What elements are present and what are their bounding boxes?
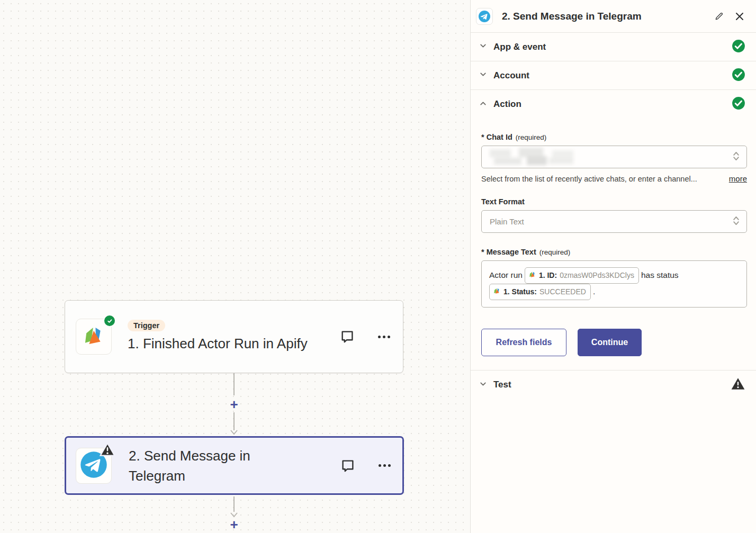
more-link[interactable]: more — [729, 174, 747, 183]
message-text-label: * Message Text(required) — [481, 248, 747, 256]
section-account[interactable]: Account — [471, 61, 756, 90]
chevron-down-icon — [479, 380, 488, 391]
warning-triangle-icon — [100, 442, 115, 457]
edit-pencil-icon[interactable] — [713, 10, 725, 23]
trigger-step-card[interactable]: Trigger 1. Finished Actor Run in Apify — [65, 300, 403, 373]
check-circle-icon — [103, 314, 116, 327]
step-menu-ellipsis[interactable] — [376, 462, 393, 469]
apify-app-icon-box — [76, 319, 112, 355]
chevron-down-icon — [479, 41, 488, 52]
telegram-icon — [476, 8, 493, 25]
message-text-static: Actor run — [489, 270, 523, 279]
add-step-button[interactable]: + — [228, 519, 240, 531]
apify-icon — [528, 268, 536, 283]
section-action[interactable]: Action — [471, 90, 756, 119]
section-test[interactable]: Test — [471, 371, 756, 399]
add-step-button[interactable]: + — [228, 399, 240, 411]
section-label: Account — [493, 70, 529, 81]
redacted-chat-id-value — [490, 148, 580, 167]
panel-header: 2. Send Message in Telegram — [471, 0, 756, 33]
close-icon[interactable] — [734, 11, 745, 22]
note-bubble-icon[interactable] — [338, 327, 357, 346]
panel-title: 2. Send Message in Telegram — [502, 11, 642, 22]
select-stepper-icon — [733, 151, 740, 164]
chevron-down-icon — [479, 70, 488, 81]
check-circle-icon — [732, 39, 745, 55]
trigger-step-title: 1. Finished Actor Run in Apify — [128, 333, 318, 354]
note-bubble-icon[interactable] — [338, 456, 357, 475]
step-menu-ellipsis[interactable] — [376, 333, 392, 340]
connector-line — [233, 373, 235, 395]
select-stepper-icon — [733, 215, 740, 228]
chat-id-help-text: Select from the list of recently active … — [481, 175, 697, 183]
message-text-editor[interactable]: Actor run1. ID:0zmasW0Pds3KDClyshas stat… — [481, 260, 747, 308]
step-config-panel: 2. Send Message in Telegram App & event … — [470, 0, 756, 533]
field-token-status[interactable]: 1. Status:SUCCEEDED — [489, 284, 591, 300]
apify-icon — [493, 285, 501, 299]
chat-id-select[interactable] — [481, 146, 747, 168]
warning-triangle-icon — [731, 377, 745, 393]
text-format-value: Plain Text — [490, 217, 524, 226]
telegram-app-icon-box — [76, 448, 112, 484]
continue-button[interactable]: Continue — [578, 329, 642, 356]
connector-line — [233, 496, 235, 512]
workflow-canvas[interactable]: Trigger 1. Finished Actor Run in Apify + — [0, 0, 470, 533]
section-label: Action — [493, 99, 521, 110]
section-app-and-event[interactable]: App & event — [471, 33, 756, 61]
message-text-static: . — [593, 287, 595, 296]
action-form: * Chat Id(required) Select from the list… — [471, 119, 756, 356]
check-circle-icon — [732, 96, 745, 112]
chevron-up-icon — [479, 99, 488, 110]
message-text-static: has status — [641, 270, 679, 279]
action-step-card[interactable]: 2. Send Message in Telegram — [65, 436, 404, 495]
check-circle-icon — [732, 68, 745, 84]
action-step-title: 2. Send Message in Telegram — [129, 446, 303, 486]
trigger-badge: Trigger — [128, 320, 165, 331]
section-label: Test — [493, 380, 511, 390]
section-label: App & event — [493, 42, 546, 52]
refresh-fields-button[interactable]: Refresh fields — [481, 329, 566, 356]
field-token-id[interactable]: 1. ID:0zmasW0Pds3KDClys — [525, 267, 639, 284]
chat-id-label: * Chat Id(required) — [481, 133, 747, 141]
apify-icon — [82, 323, 106, 350]
text-format-label: Text Format — [481, 197, 747, 206]
text-format-select[interactable]: Plain Text — [481, 210, 747, 233]
